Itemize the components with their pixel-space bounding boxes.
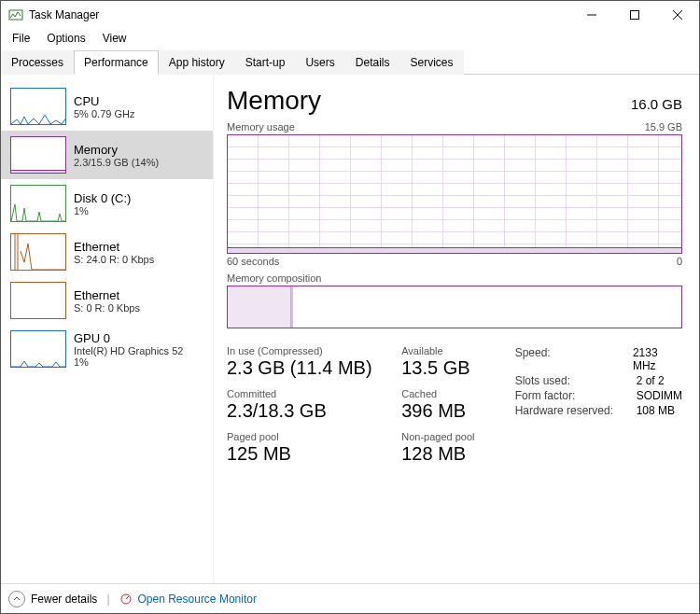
content-area: CPU 5% 0.79 GHz Memory 2.3/15.9 GB (14%) [1, 75, 699, 583]
maximize-button[interactable] [613, 1, 656, 29]
tab-startup[interactable]: Start-up [235, 50, 296, 75]
fewer-details-link[interactable]: Fewer details [31, 593, 97, 606]
memory-thumb [10, 136, 66, 174]
usage-chart-label: Memory usage [227, 121, 295, 133]
eth1-sub: S: 0 R: 0 Kbps [74, 302, 140, 314]
tab-services[interactable]: Services [399, 50, 463, 75]
task-manager-window: Task Manager File Options View Processes… [0, 0, 700, 614]
sidebar-item-ethernet-1[interactable]: Ethernet S: 0 R: 0 Kbps [1, 276, 213, 325]
footer: Fewer details | Open Resource Monitor [1, 583, 699, 613]
sidebar-item-cpu[interactable]: CPU 5% 0.79 GHz [1, 82, 213, 131]
menu-options[interactable]: Options [39, 30, 92, 47]
svg-line-8 [126, 596, 129, 599]
speed-key: Speed: [515, 346, 633, 372]
reserved-key: Hardware reserved: [515, 404, 637, 417]
memory-composition-chart[interactable] [227, 286, 682, 328]
cached-value: 396 MB [401, 400, 497, 422]
eth0-name: Ethernet [74, 240, 154, 254]
available-label: Available [401, 345, 497, 356]
menubar: File Options View [1, 29, 699, 48]
committed-label: Committed [227, 388, 385, 399]
speed-value: 2133 MHz [633, 346, 682, 372]
open-resource-monitor-link[interactable]: Open Resource Monitor [138, 593, 257, 606]
committed-value: 2.3/18.3 GB [227, 400, 385, 422]
cpu-sub: 5% 0.79 GHz [74, 108, 134, 119]
cpu-thumb [10, 88, 66, 125]
resource-monitor-icon [119, 593, 133, 606]
main-panel: Memory 16.0 GB Memory usage 15.9 GB 60 s… [214, 75, 699, 583]
paged-value: 125 MB [227, 443, 385, 465]
usage-chart-max: 15.9 GB [645, 121, 682, 133]
composition-label: Memory composition [227, 272, 682, 284]
eth1-name: Ethernet [74, 288, 140, 302]
window-title: Task Manager [29, 8, 99, 21]
nonpaged-label: Non-paged pool [401, 431, 497, 442]
memory-sub: 2.3/15.9 GB (14%) [74, 157, 159, 168]
svg-rect-2 [631, 11, 639, 20]
titlebar: Task Manager [1, 1, 699, 29]
paged-label: Paged pool [227, 431, 385, 442]
gpu-name: GPU 0 [74, 331, 183, 345]
page-title: Memory [227, 86, 321, 116]
memory-name: Memory [74, 143, 159, 157]
chevron-up-icon[interactable] [8, 591, 25, 607]
disk-name: Disk 0 (C:) [74, 191, 131, 205]
form-value: SODIMM [637, 389, 682, 402]
close-button[interactable] [656, 1, 699, 29]
memory-usage-chart[interactable] [227, 134, 682, 254]
axis-left: 60 seconds [227, 256, 279, 267]
available-value: 13.5 GB [401, 357, 497, 379]
eth0-sub: S: 24.0 R: 0 Kbps [74, 254, 154, 265]
cpu-name: CPU [74, 94, 134, 108]
slots-value: 2 of 2 [637, 374, 665, 387]
disk-thumb [10, 185, 66, 222]
sidebar-item-ethernet-0[interactable]: Ethernet S: 24.0 R: 0 Kbps [1, 228, 213, 276]
tab-app-history[interactable]: App history [159, 50, 235, 75]
tab-users[interactable]: Users [295, 50, 344, 75]
reserved-value: 108 MB [637, 404, 675, 417]
memory-total: 16.0 GB [631, 96, 682, 112]
sidebar: CPU 5% 0.79 GHz Memory 2.3/15.9 GB (14%) [1, 75, 214, 583]
stats-grid: In use (Compressed) 2.3 GB (11.4 MB) Com… [227, 345, 682, 474]
tab-strip: Processes Performance App history Start-… [1, 49, 699, 75]
disk-sub: 1% [74, 205, 131, 216]
in-use-label: In use (Compressed) [227, 345, 385, 356]
sidebar-item-gpu[interactable]: GPU 0 Intel(R) HD Graphics 52 1% [1, 325, 213, 373]
sidebar-item-disk[interactable]: Disk 0 (C:) 1% [1, 179, 213, 228]
in-use-value: 2.3 GB (11.4 MB) [227, 357, 385, 379]
menu-file[interactable]: File [5, 30, 37, 47]
cached-label: Cached [401, 388, 497, 399]
axis-right: 0 [677, 256, 682, 267]
gpu-sub2: 1% [74, 356, 183, 368]
form-key: Form factor: [515, 389, 637, 402]
gpu-thumb [10, 330, 66, 368]
eth0-thumb [10, 233, 66, 271]
app-icon [8, 7, 23, 22]
eth1-thumb [10, 282, 66, 319]
nonpaged-value: 128 MB [401, 443, 497, 465]
tab-performance[interactable]: Performance [74, 50, 159, 75]
gpu-sub1: Intel(R) HD Graphics 52 [74, 345, 183, 356]
tab-processes[interactable]: Processes [1, 50, 74, 75]
footer-separator: | [106, 593, 109, 606]
slots-key: Slots used: [515, 374, 637, 387]
minimize-button[interactable] [570, 1, 613, 29]
menu-view[interactable]: View [95, 30, 134, 47]
sidebar-item-memory[interactable]: Memory 2.3/15.9 GB (14%) [1, 131, 213, 179]
tab-details[interactable]: Details [345, 50, 400, 75]
